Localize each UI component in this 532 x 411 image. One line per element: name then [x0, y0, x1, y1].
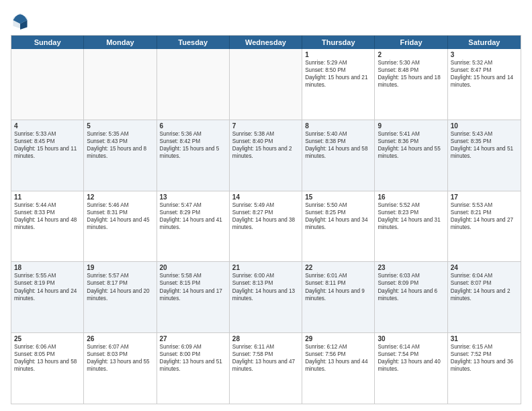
day-cell-20: 20Sunrise: 5:58 AM Sunset: 8:15 PM Dayli…	[157, 262, 230, 332]
day-number: 15	[305, 193, 371, 201]
day-header-sunday: Sunday	[11, 36, 84, 49]
day-number: 8	[305, 122, 371, 130]
day-header-thursday: Thursday	[302, 36, 375, 49]
day-number: 14	[232, 193, 299, 201]
day-cell-7: 7Sunrise: 5:38 AM Sunset: 8:40 PM Daylig…	[230, 120, 302, 191]
empty-cell	[84, 49, 157, 120]
day-details: Sunrise: 5:33 AM Sunset: 8:45 PM Dayligh…	[14, 130, 81, 160]
page-header	[11, 11, 521, 30]
calendar-week-3: 11Sunrise: 5:44 AM Sunset: 8:33 PM Dayli…	[11, 191, 521, 263]
day-cell-3: 3Sunrise: 5:32 AM Sunset: 8:47 PM Daylig…	[448, 49, 521, 120]
calendar-week-4: 18Sunrise: 5:55 AM Sunset: 8:19 PM Dayli…	[11, 262, 521, 333]
day-header-saturday: Saturday	[448, 36, 521, 49]
day-details: Sunrise: 5:40 AM Sunset: 8:38 PM Dayligh…	[305, 130, 371, 160]
day-cell-28: 28Sunrise: 6:11 AM Sunset: 7:58 PM Dayli…	[230, 333, 302, 404]
day-details: Sunrise: 6:01 AM Sunset: 8:11 PM Dayligh…	[305, 272, 371, 302]
empty-cell	[157, 49, 230, 120]
day-cell-4: 4Sunrise: 5:33 AM Sunset: 8:45 PM Daylig…	[11, 120, 84, 191]
day-details: Sunrise: 5:55 AM Sunset: 8:19 PM Dayligh…	[14, 272, 81, 302]
day-details: Sunrise: 5:57 AM Sunset: 8:17 PM Dayligh…	[87, 272, 153, 302]
day-cell-2: 2Sunrise: 5:30 AM Sunset: 8:48 PM Daylig…	[375, 49, 447, 120]
day-number: 10	[451, 122, 518, 130]
day-cell-21: 21Sunrise: 6:00 AM Sunset: 8:13 PM Dayli…	[230, 262, 302, 332]
day-number: 30	[378, 335, 444, 342]
day-details: Sunrise: 5:47 AM Sunset: 8:29 PM Dayligh…	[160, 201, 226, 231]
day-details: Sunrise: 5:46 AM Sunset: 8:31 PM Dayligh…	[87, 201, 153, 231]
day-number: 6	[160, 122, 226, 130]
day-number: 17	[451, 193, 518, 201]
day-cell-11: 11Sunrise: 5:44 AM Sunset: 8:33 PM Dayli…	[11, 191, 84, 262]
day-number: 27	[160, 335, 226, 342]
calendar: SundayMondayTuesdayWednesdayThursdayFrid…	[11, 35, 521, 404]
day-details: Sunrise: 5:38 AM Sunset: 8:40 PM Dayligh…	[232, 130, 299, 160]
day-details: Sunrise: 5:44 AM Sunset: 8:33 PM Dayligh…	[14, 201, 81, 231]
calendar-week-1: 1Sunrise: 5:29 AM Sunset: 8:50 PM Daylig…	[11, 49, 521, 120]
day-header-monday: Monday	[84, 36, 157, 49]
day-details: Sunrise: 5:29 AM Sunset: 8:50 PM Dayligh…	[305, 59, 371, 89]
day-details: Sunrise: 5:41 AM Sunset: 8:36 PM Dayligh…	[378, 130, 444, 160]
calendar-header: SundayMondayTuesdayWednesdayThursdayFrid…	[11, 36, 521, 49]
day-cell-29: 29Sunrise: 6:12 AM Sunset: 7:56 PM Dayli…	[302, 333, 375, 404]
day-number: 23	[378, 264, 444, 271]
empty-cell	[230, 49, 302, 120]
day-details: Sunrise: 5:58 AM Sunset: 8:15 PM Dayligh…	[160, 272, 226, 302]
day-cell-14: 14Sunrise: 5:49 AM Sunset: 8:27 PM Dayli…	[230, 191, 302, 262]
day-number: 2	[378, 51, 444, 58]
day-number: 18	[14, 264, 81, 271]
day-cell-1: 1Sunrise: 5:29 AM Sunset: 8:50 PM Daylig…	[302, 49, 375, 120]
day-cell-17: 17Sunrise: 5:53 AM Sunset: 8:21 PM Dayli…	[448, 191, 521, 262]
day-number: 5	[87, 122, 153, 130]
day-number: 19	[87, 264, 153, 271]
day-number: 29	[305, 335, 371, 342]
day-details: Sunrise: 6:15 AM Sunset: 7:52 PM Dayligh…	[451, 343, 518, 373]
day-cell-27: 27Sunrise: 6:09 AM Sunset: 8:00 PM Dayli…	[157, 333, 230, 404]
day-number: 9	[378, 122, 444, 130]
day-header-tuesday: Tuesday	[157, 36, 230, 49]
day-cell-22: 22Sunrise: 6:01 AM Sunset: 8:11 PM Dayli…	[302, 262, 375, 332]
day-cell-26: 26Sunrise: 6:07 AM Sunset: 8:03 PM Dayli…	[84, 333, 157, 404]
day-number: 7	[232, 122, 299, 130]
day-number: 28	[232, 335, 299, 342]
empty-cell	[11, 49, 84, 120]
day-cell-18: 18Sunrise: 5:55 AM Sunset: 8:19 PM Dayli…	[11, 262, 84, 332]
day-number: 26	[87, 335, 153, 342]
day-details: Sunrise: 6:00 AM Sunset: 8:13 PM Dayligh…	[232, 272, 299, 302]
day-details: Sunrise: 6:11 AM Sunset: 7:58 PM Dayligh…	[232, 343, 299, 373]
day-details: Sunrise: 6:14 AM Sunset: 7:54 PM Dayligh…	[378, 343, 444, 373]
day-number: 24	[451, 264, 518, 271]
day-number: 25	[14, 335, 81, 342]
day-details: Sunrise: 5:35 AM Sunset: 8:43 PM Dayligh…	[87, 130, 153, 160]
day-details: Sunrise: 5:36 AM Sunset: 8:42 PM Dayligh…	[160, 130, 226, 160]
day-details: Sunrise: 6:12 AM Sunset: 7:56 PM Dayligh…	[305, 343, 371, 373]
day-number: 3	[451, 51, 518, 58]
day-cell-9: 9Sunrise: 5:41 AM Sunset: 8:36 PM Daylig…	[375, 120, 447, 191]
day-details: Sunrise: 6:07 AM Sunset: 8:03 PM Dayligh…	[87, 343, 153, 373]
day-number: 11	[14, 193, 81, 201]
day-cell-19: 19Sunrise: 5:57 AM Sunset: 8:17 PM Dayli…	[84, 262, 157, 332]
logo	[11, 11, 32, 30]
day-details: Sunrise: 5:50 AM Sunset: 8:25 PM Dayligh…	[305, 201, 371, 231]
day-details: Sunrise: 5:43 AM Sunset: 8:35 PM Dayligh…	[451, 130, 518, 160]
day-details: Sunrise: 6:04 AM Sunset: 8:07 PM Dayligh…	[451, 272, 518, 302]
day-details: Sunrise: 5:32 AM Sunset: 8:47 PM Dayligh…	[451, 59, 518, 89]
day-cell-15: 15Sunrise: 5:50 AM Sunset: 8:25 PM Dayli…	[302, 191, 375, 262]
day-number: 13	[160, 193, 226, 201]
calendar-week-5: 25Sunrise: 6:06 AM Sunset: 8:05 PM Dayli…	[11, 333, 521, 404]
day-details: Sunrise: 5:49 AM Sunset: 8:27 PM Dayligh…	[232, 201, 299, 231]
day-cell-30: 30Sunrise: 6:14 AM Sunset: 7:54 PM Dayli…	[375, 333, 447, 404]
day-details: Sunrise: 5:30 AM Sunset: 8:48 PM Dayligh…	[378, 59, 444, 89]
day-number: 1	[305, 51, 371, 58]
day-cell-23: 23Sunrise: 6:03 AM Sunset: 8:09 PM Dayli…	[375, 262, 447, 332]
day-details: Sunrise: 6:06 AM Sunset: 8:05 PM Dayligh…	[14, 343, 81, 373]
day-details: Sunrise: 5:53 AM Sunset: 8:21 PM Dayligh…	[451, 201, 518, 231]
day-cell-8: 8Sunrise: 5:40 AM Sunset: 8:38 PM Daylig…	[302, 120, 375, 191]
day-number: 20	[160, 264, 226, 271]
logo-icon	[11, 11, 30, 30]
day-header-friday: Friday	[375, 36, 447, 49]
day-number: 16	[378, 193, 444, 201]
day-cell-13: 13Sunrise: 5:47 AM Sunset: 8:29 PM Dayli…	[157, 191, 230, 262]
day-details: Sunrise: 6:03 AM Sunset: 8:09 PM Dayligh…	[378, 272, 444, 302]
day-details: Sunrise: 5:52 AM Sunset: 8:23 PM Dayligh…	[378, 201, 444, 231]
day-number: 22	[305, 264, 371, 271]
day-cell-25: 25Sunrise: 6:06 AM Sunset: 8:05 PM Dayli…	[11, 333, 84, 404]
